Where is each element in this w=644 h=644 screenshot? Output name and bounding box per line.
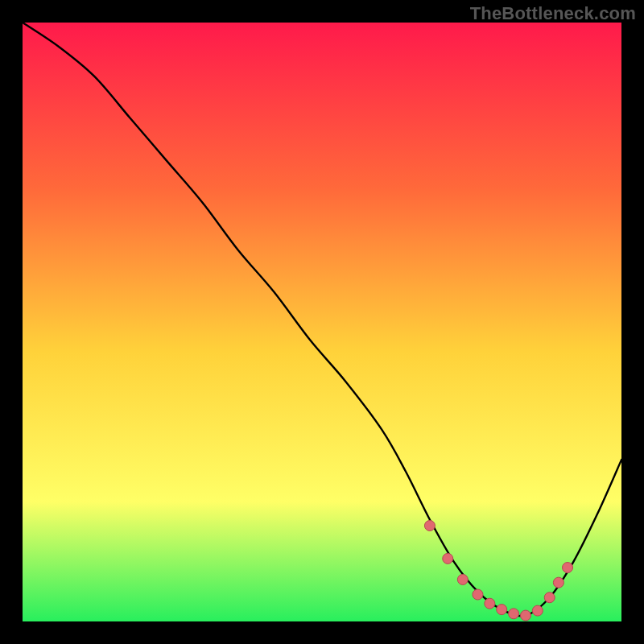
- trough-marker: [443, 553, 453, 564]
- trough-marker: [457, 574, 468, 584]
- trough-marker: [553, 577, 564, 588]
- trough-marker: [473, 589, 483, 600]
- trough-marker: [563, 563, 573, 573]
- plot-background: [23, 23, 621, 621]
- trough-marker: [532, 605, 543, 616]
- chart-stage: TheBottleneck.com: [0, 0, 644, 644]
- trough-marker: [544, 592, 555, 603]
- trough-marker: [520, 610, 530, 621]
- watermark-text: TheBottleneck.com: [470, 3, 636, 24]
- trough-marker: [497, 605, 507, 615]
- trough-marker: [424, 520, 435, 530]
- bottleneck-chart: [0, 0, 644, 644]
- trough-marker: [485, 598, 495, 609]
- trough-marker: [509, 609, 519, 619]
